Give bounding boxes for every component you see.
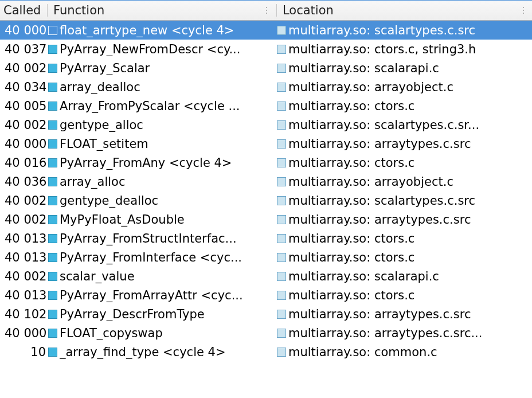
cell-called: 10 — [0, 345, 46, 359]
table-row[interactable]: 40 002gentype_allocmultiarray.so: scalar… — [0, 115, 532, 134]
table-row[interactable]: 40 002MyPyFloat_AsDoublemultiarray.so: a… — [0, 210, 532, 229]
cell-function: gentype_dealloc — [46, 194, 271, 208]
function-name: PyArray_FromAny <cycle 4> — [60, 156, 232, 170]
cell-location: multiarray.so: arraytypes.c.src — [271, 307, 532, 321]
function-name: FLOAT_setitem — [60, 137, 148, 151]
filled-box-icon — [48, 310, 57, 319]
location-text: multiarray.so: scalarapi.c — [288, 270, 439, 283]
table-row[interactable]: 40 013PyArray_FromStructInterfac...multi… — [0, 229, 532, 248]
function-name: float_arrtype_new <cycle 4> — [60, 24, 234, 37]
location-text: multiarray.so: arraytypes.c.src... — [288, 326, 482, 340]
filled-box-icon — [48, 348, 57, 357]
function-name: array_alloc — [60, 175, 126, 189]
location-text: multiarray.so: scalartypes.c.sr... — [288, 118, 479, 132]
column-header-function[interactable]: Function — [49, 1, 275, 20]
cell-location: multiarray.so: scalartypes.c.src — [271, 24, 532, 37]
cell-called: 40 002 — [0, 61, 46, 75]
cell-called: 40 102 — [0, 307, 46, 321]
cell-called: 40 002 — [0, 194, 46, 208]
called-value: 40 036 — [5, 175, 46, 189]
called-value: 40 013 — [5, 288, 46, 302]
cell-location: multiarray.so: scalarapi.c — [271, 270, 532, 283]
column-header-label: Called — [3, 3, 41, 17]
cell-called: 40 000 — [0, 137, 46, 151]
cell-location: multiarray.so: arraytypes.c.src... — [271, 326, 532, 340]
function-name: Array_FromPyScalar <cycle ... — [60, 99, 240, 113]
location-text: multiarray.so: ctors.c — [288, 251, 414, 264]
cell-function: MyPyFloat_AsDouble — [46, 213, 271, 227]
table-row[interactable]: 40 036array_allocmultiarray.so: arrayobj… — [0, 172, 532, 191]
file-icon — [277, 310, 286, 319]
cell-called: 40 005 — [0, 99, 46, 113]
file-icon — [277, 26, 286, 35]
cell-function: PyArray_FromStructInterfac... — [46, 232, 271, 245]
called-value: 40 000 — [5, 326, 46, 340]
cell-function: PyArray_DescrFromType — [46, 307, 271, 321]
table-header: Called Function Location — [0, 0, 532, 21]
function-name: array_dealloc — [60, 80, 140, 94]
table-row[interactable]: 10_array_find_type <cycle 4>multiarray.s… — [0, 342, 532, 361]
column-header-label: Location — [283, 3, 334, 17]
table-row[interactable]: 40 002gentype_deallocmultiarray.so: scal… — [0, 191, 532, 210]
location-text: multiarray.so: arraytypes.c.src — [288, 307, 471, 321]
column-header-called[interactable]: Called — [0, 1, 46, 20]
filled-box-icon — [48, 45, 57, 54]
called-value: 40 005 — [5, 99, 46, 113]
table-row[interactable]: 40 005Array_FromPyScalar <cycle ...multi… — [0, 96, 532, 115]
location-text: multiarray.so: ctors.c, string3.h — [288, 42, 476, 56]
table-row[interactable]: 40 000FLOAT_copyswapmultiarray.so: array… — [0, 323, 532, 342]
cell-function: float_arrtype_new <cycle 4> — [46, 24, 271, 37]
table-row[interactable]: 40 102PyArray_DescrFromTypemultiarray.so… — [0, 305, 532, 323]
location-text: multiarray.so: ctors.c — [288, 99, 414, 113]
called-value: 40 013 — [5, 232, 46, 245]
table-row[interactable]: 40 000float_arrtype_new <cycle 4>multiar… — [0, 21, 532, 40]
cell-location: multiarray.so: scalartypes.c.sr... — [271, 118, 532, 132]
cell-called: 40 013 — [0, 251, 46, 264]
cell-called: 40 036 — [0, 175, 46, 189]
column-header-location[interactable]: Location — [278, 1, 532, 20]
column-header-label: Function — [53, 3, 104, 17]
cell-called: 40 000 — [0, 326, 46, 340]
cell-function: FLOAT_setitem — [46, 137, 271, 151]
file-icon — [277, 120, 286, 130]
column-divider[interactable] — [47, 4, 48, 17]
table-row[interactable]: 40 037PyArray_NewFromDescr <cy...multiar… — [0, 40, 532, 58]
table-row[interactable]: 40 002PyArray_Scalarmultiarray.so: scala… — [0, 58, 532, 77]
file-icon — [277, 45, 286, 54]
called-value: 40 000 — [5, 137, 46, 151]
table-row[interactable]: 40 002scalar_valuemultiarray.so: scalara… — [0, 267, 532, 286]
file-icon — [277, 253, 286, 262]
profiler-table: Called Function Location 40 000float_arr… — [0, 0, 532, 398]
table-row[interactable]: 40 013PyArray_FromArrayAttr <cyc...multi… — [0, 286, 532, 305]
cell-location: multiarray.so: scalarapi.c — [271, 61, 532, 75]
called-value: 40 102 — [5, 307, 46, 321]
function-name: PyArray_FromStructInterfac... — [60, 232, 237, 245]
location-text: multiarray.so: arraytypes.c.src — [288, 213, 471, 227]
filled-box-icon — [48, 329, 57, 338]
called-value: 40 002 — [5, 61, 46, 75]
cell-function: PyArray_FromArrayAttr <cyc... — [46, 288, 271, 302]
column-grip-icon — [266, 7, 271, 14]
table-body: 40 000float_arrtype_new <cycle 4>multiar… — [0, 21, 532, 361]
table-row[interactable]: 40 016PyArray_FromAny <cycle 4>multiarra… — [0, 153, 532, 172]
cell-location: multiarray.so: ctors.c, string3.h — [271, 42, 532, 56]
column-divider[interactable] — [276, 4, 277, 17]
cell-called: 40 002 — [0, 270, 46, 283]
cell-called: 40 002 — [0, 118, 46, 132]
filled-box-icon — [48, 196, 57, 205]
filled-box-icon — [48, 158, 57, 167]
table-row[interactable]: 40 013PyArray_FromInterface <cyc...multi… — [0, 248, 532, 267]
table-row[interactable]: 40 034array_deallocmultiarray.so: arrayo… — [0, 77, 532, 96]
filled-box-icon — [48, 291, 57, 300]
filled-box-icon — [48, 215, 57, 224]
location-text: multiarray.so: scalarapi.c — [288, 61, 439, 75]
filled-box-icon — [48, 139, 57, 149]
file-icon — [277, 234, 286, 243]
cell-location: multiarray.so: arrayobject.c — [271, 80, 532, 94]
table-row[interactable]: 40 000FLOAT_setitemmultiarray.so: arrayt… — [0, 134, 532, 153]
function-name: gentype_dealloc — [60, 194, 158, 208]
called-value: 40 002 — [5, 194, 46, 208]
cell-function: gentype_alloc — [46, 118, 271, 132]
file-icon — [277, 83, 286, 92]
called-value: 40 037 — [5, 42, 46, 56]
